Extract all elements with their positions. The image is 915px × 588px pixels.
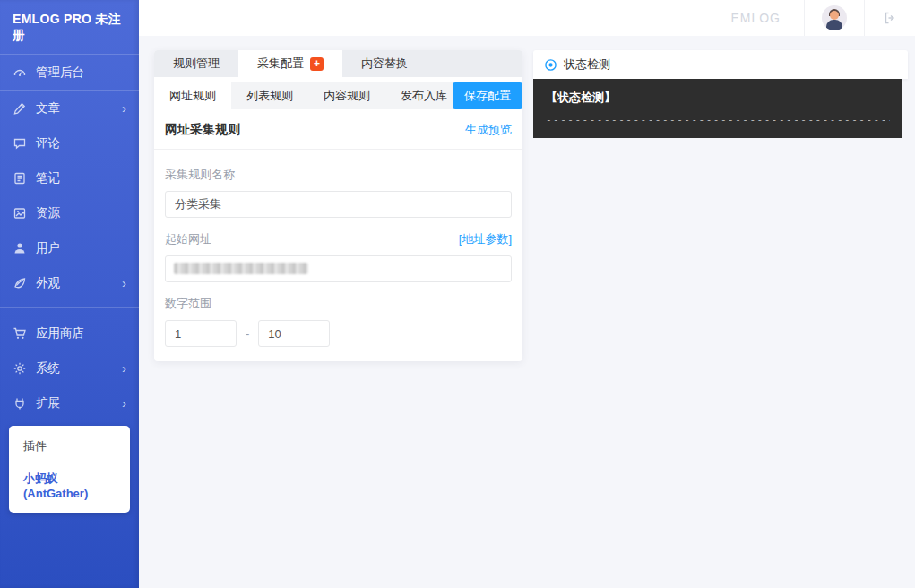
sidebar-item-users[interactable]: 用户 — [0, 230, 139, 265]
note-icon — [13, 171, 27, 186]
sidebar-item-comments[interactable]: 评论 — [0, 125, 139, 160]
sidebar-item-label: 用户 — [36, 240, 60, 256]
tab-label: 规则管理 — [173, 56, 220, 72]
sidebar-item-extensions[interactable]: 扩展 › — [0, 385, 139, 420]
status-panel-title: 状态检测 — [564, 56, 610, 73]
sidebar-item-dashboard[interactable]: 管理后台 — [0, 55, 139, 90]
sidebar-item-label: 文章 — [36, 100, 60, 117]
console-divider: ----------------------------------------… — [546, 114, 890, 125]
sub-tab-bar: 网址规则 列表规则 内容规则 发布入库 保存配置 — [154, 82, 522, 109]
chevron-right-icon: › — [122, 276, 126, 290]
brand-logo[interactable]: EMLOG — [730, 11, 781, 25]
rule-name-input[interactable] — [165, 191, 512, 218]
censored-url-value — [174, 263, 308, 274]
url-rule-form: 采集规则名称 起始网址 [地址参数] 数字范围 - — [154, 150, 522, 347]
range-from-input[interactable] — [165, 320, 237, 347]
chevron-right-icon: › — [122, 396, 126, 410]
pencil-icon — [13, 101, 27, 116]
sidebar-item-resources[interactable]: 资源 — [0, 195, 139, 230]
range-to-input[interactable] — [258, 320, 330, 347]
top-header: EMLOG — [139, 0, 915, 36]
subtab-publish[interactable]: 发布入库 — [385, 82, 462, 109]
sidebar-item-label: 评论 — [36, 135, 60, 151]
number-range-label: 数字范围 — [165, 296, 211, 312]
tab-label: 内容替换 — [361, 56, 408, 72]
status-console: 【状态检测】 ---------------------------------… — [533, 79, 902, 138]
sidebar-item-label: 管理后台 — [36, 65, 84, 81]
form-title: 网址采集规则 — [165, 122, 240, 138]
generate-preview-link[interactable]: 生成预览 — [465, 122, 512, 138]
sidebar-item-label: 资源 — [36, 205, 60, 221]
cart-icon — [13, 326, 27, 341]
submenu-item-antgather[interactable]: 小蚂蚁(AntGather) — [9, 463, 130, 508]
user-avatar[interactable] — [805, 5, 864, 30]
gear-icon — [13, 361, 27, 376]
tab-rule-management[interactable]: 规则管理 — [154, 50, 238, 77]
sidebar-item-label: 扩展 — [36, 395, 60, 411]
main-tab-bar: 规则管理 采集配置 + 内容替换 — [154, 50, 522, 77]
tab-label: 采集配置 — [257, 56, 304, 72]
comment-icon — [13, 136, 27, 151]
url-params-link[interactable]: [地址参数] — [459, 231, 512, 247]
chevron-right-icon: › — [122, 361, 126, 375]
sidebar-item-label: 笔记 — [36, 170, 60, 186]
avatar — [822, 5, 847, 30]
dashboard-icon — [13, 65, 27, 80]
subtab-url-rules[interactable]: 网址规则 — [154, 82, 231, 109]
avatar-face — [830, 11, 839, 20]
start-url-label: 起始网址 — [165, 231, 211, 247]
sidebar-item-label: 系统 — [36, 360, 60, 376]
extensions-submenu: 插件 小蚂蚁(AntGather) — [9, 426, 130, 513]
sidebar-item-label: 应用商店 — [36, 325, 84, 342]
form-header: 网址采集规则 生成预览 — [154, 111, 522, 150]
subtab-content-rules[interactable]: 内容规则 — [308, 82, 385, 109]
sidebar-divider — [0, 307, 139, 308]
image-icon — [13, 206, 27, 220]
avatar-body — [826, 20, 842, 30]
sidebar-item-system[interactable]: 系统 › — [0, 350, 139, 385]
sidebar-item-appearance[interactable]: 外观 › — [0, 265, 139, 300]
status-panel: 状态检测 【状态检测】 ----------------------------… — [533, 50, 908, 138]
sidebar-item-label: 外观 — [36, 275, 60, 291]
sidebar: EMLOG PRO 未注册 管理后台 文章 › 评论 笔记 资源 — [0, 0, 139, 588]
range-separator: - — [246, 327, 249, 341]
add-config-badge[interactable]: + — [310, 57, 324, 71]
subtab-list-rules[interactable]: 列表规则 — [231, 82, 308, 109]
tab-content-replace[interactable]: 内容替换 — [342, 50, 427, 77]
chevron-right-icon: › — [122, 101, 126, 115]
rule-name-label: 采集规则名称 — [165, 167, 235, 183]
status-panel-header: 状态检测 — [533, 50, 908, 79]
palette-icon — [13, 276, 27, 290]
save-config-button[interactable]: 保存配置 — [453, 82, 522, 109]
logout-icon — [883, 11, 897, 25]
collector-config-card: 规则管理 采集配置 + 内容替换 网址规则 列表规则 内容规则 发布入库 保存配… — [154, 50, 522, 361]
app-title: EMLOG PRO 未注册 — [0, 0, 139, 54]
number-range-row: - — [165, 320, 512, 347]
plug-icon — [13, 396, 27, 411]
start-url-field — [165, 255, 512, 282]
tab-collect-config[interactable]: 采集配置 + — [238, 50, 342, 77]
sidebar-item-notes[interactable]: 笔记 — [0, 160, 139, 195]
sidebar-item-app-store[interactable]: 应用商店 — [0, 316, 139, 350]
submenu-item-plugins[interactable]: 插件 — [9, 430, 130, 463]
sidebar-item-articles[interactable]: 文章 › — [0, 91, 139, 125]
console-heading: 【状态检测】 — [546, 90, 890, 106]
logout-button[interactable] — [865, 11, 915, 25]
status-target-icon — [544, 58, 557, 72]
user-icon — [13, 241, 27, 255]
